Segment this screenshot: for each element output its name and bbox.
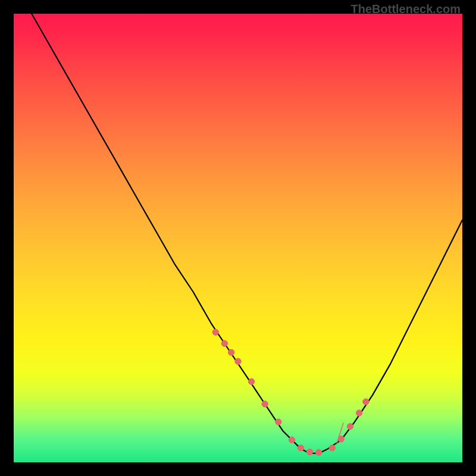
- chart-stage: TheBottleneck.com: [0, 0, 476, 476]
- plot-background: [14, 14, 462, 462]
- watermark-label: TheBottleneck.com: [351, 2, 461, 16]
